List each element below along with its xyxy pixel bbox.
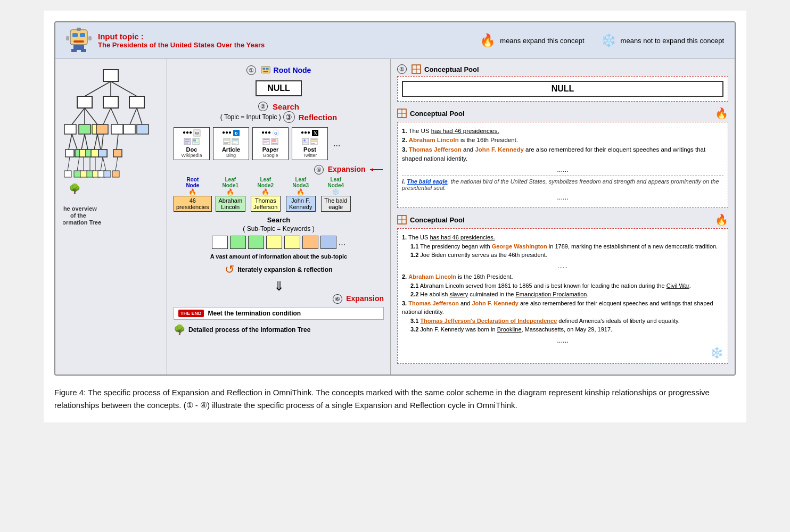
svg-line-27 xyxy=(130,108,137,124)
search2-section: Search ( Sub-Topic = Keywords ) ... xyxy=(174,216,384,249)
expansion-arrow xyxy=(368,166,384,173)
paper-img2 xyxy=(271,138,278,145)
svg-rect-76 xyxy=(185,143,188,144)
svg-rect-10 xyxy=(103,70,118,81)
cp3-header-row: Conceptual Pool 🔥 xyxy=(397,213,728,226)
svg-marker-109 xyxy=(370,168,373,171)
cp1-icon xyxy=(412,64,421,74)
leaf4-snowflake: ❄️ xyxy=(332,188,340,196)
node-col-leaf4: LeafNode4 ❄️ The baldeagle xyxy=(319,177,352,212)
search2-box-5 xyxy=(284,236,300,249)
snowflake-icon: ❄️ xyxy=(600,33,616,48)
termination-section: THE END Meet the termination condition xyxy=(174,307,384,320)
cp3-civil-war: Civil War xyxy=(666,282,689,289)
search2-label: Search xyxy=(267,216,290,224)
svg-rect-106 xyxy=(311,142,317,142)
svg-rect-105 xyxy=(311,139,317,140)
left-panel: 🌳 The overview of the Information Tree xyxy=(55,59,167,375)
leaf-node4-type: LeafNode4 xyxy=(327,177,344,188)
node-box-leaf1: AbrahamLincoln xyxy=(216,196,245,212)
post-img1 xyxy=(302,138,309,145)
svg-rect-93 xyxy=(264,139,269,140)
svg-line-28 xyxy=(137,108,142,124)
svg-rect-57 xyxy=(80,171,87,177)
legend-expand: 🔥 means expand this concept xyxy=(480,33,584,48)
wiki-icon: W xyxy=(193,129,201,137)
search-box-label-doc: Doc xyxy=(186,146,198,153)
article-img1 xyxy=(223,138,231,145)
doc-img2 xyxy=(192,138,200,145)
leaf-node3-type: LeafNode3 xyxy=(292,177,309,188)
svg-line-34 xyxy=(85,134,88,149)
svg-line-19 xyxy=(85,108,97,124)
leaf3-flame: 🔥 xyxy=(297,188,305,196)
main-figure: Input topic : The Presidents of the Unit… xyxy=(54,21,736,376)
tree-icon-detailed: 🌳 xyxy=(174,324,185,336)
svg-rect-89 xyxy=(233,143,236,144)
svg-rect-84 xyxy=(224,142,229,143)
ellipsis-1: ... xyxy=(333,139,340,148)
cp3-kennedy: John F. Kennedy xyxy=(472,300,518,306)
bald-eagle-text: The bald eagle xyxy=(407,178,447,185)
svg-line-33 xyxy=(81,134,85,149)
header-bar: Input topic : The Presidents of the Unit… xyxy=(55,22,735,59)
svg-rect-1 xyxy=(72,33,78,37)
search-box-label-post: Post xyxy=(303,146,316,153)
cp3-jefferson-di: Thomas Jefferson's Declaration of Indepe… xyxy=(420,318,557,324)
search2-box-4 xyxy=(266,236,282,249)
svg-rect-103 xyxy=(303,143,308,143)
node-box-leaf4: The baldeagle xyxy=(321,196,351,212)
article-img2 xyxy=(232,138,239,145)
legend-no-expand-text: means not to expand this concept xyxy=(621,37,724,45)
search-box-icons-doc: ●●● W xyxy=(183,129,201,137)
svg-rect-94 xyxy=(264,141,269,142)
cp2-icon xyxy=(397,109,407,118)
svg-rect-101 xyxy=(302,138,309,145)
leaf-node1-type: LeafNode1 xyxy=(222,177,238,188)
leaf-node2-type: LeafNode2 xyxy=(257,177,274,188)
cp2-flame: 🔥 xyxy=(715,107,728,120)
svg-rect-16 xyxy=(129,96,144,108)
input-topic-text: Input topic : The Presidents of the Unit… xyxy=(98,32,265,49)
svg-text:b: b xyxy=(235,131,238,136)
svg-text:𝕏: 𝕏 xyxy=(314,131,317,136)
search-box-sublabel-article: Bing xyxy=(226,153,236,158)
null-box-1: NULL xyxy=(256,80,302,96)
iterative-section: ↺ Iterately expansion & reflection xyxy=(174,263,384,277)
svg-rect-15 xyxy=(103,96,118,108)
cp2-ellipsis-2: ...... xyxy=(402,193,723,201)
search2-box-1 xyxy=(212,236,228,249)
cp3-jefferson: Thomas Jefferson xyxy=(408,300,459,306)
vast-info-text: A vast amount of information about the s… xyxy=(174,253,384,260)
cp3-underline-1: has had 46 presidencies. xyxy=(430,234,495,240)
node-box-leaf2: ThomasJefferson xyxy=(251,196,281,212)
cp3-slavery: slavery xyxy=(449,291,468,297)
page-container: Input topic : The Presidents of the Unit… xyxy=(44,11,746,422)
reflection-label-1: Reflection xyxy=(299,113,338,122)
cp1-header-row: ① Conceptual Pool xyxy=(397,64,728,74)
search-boxes-row: ●●● W xyxy=(174,127,384,160)
svg-line-53 xyxy=(103,157,106,171)
svg-rect-74 xyxy=(185,139,190,140)
svg-rect-46 xyxy=(113,149,122,157)
robot-icon-small xyxy=(260,64,271,76)
svg-line-11 xyxy=(85,81,111,96)
robot-icon xyxy=(66,28,92,53)
expansion-label-1: Expansion xyxy=(328,165,366,173)
search-box-sublabel-doc: Wikipedia xyxy=(181,153,202,158)
cp3-lincoln: Abraham Lincoln xyxy=(408,273,456,280)
svg-rect-2 xyxy=(80,33,85,37)
cp2-header-row: Conceptual Pool 🔥 xyxy=(397,107,728,120)
tree-overview-svg: 🌳 The overview of the Information Tree xyxy=(63,67,159,237)
header-right: 🔥 means expand this concept ❄️ means not… xyxy=(480,33,724,48)
search-box-icons-article: ●●● b xyxy=(222,129,240,137)
svg-rect-8 xyxy=(71,49,77,52)
arrow-down-1: ⇓ xyxy=(174,280,384,293)
cp1-title: Conceptual Pool xyxy=(424,65,479,73)
search2-box-7 xyxy=(320,236,336,249)
svg-rect-20 xyxy=(64,124,76,134)
svg-rect-79 xyxy=(194,143,198,143)
svg-rect-88 xyxy=(233,142,238,142)
detailed-process: 🌳 Detailed process of the Information Tr… xyxy=(174,324,384,336)
cp2-kennedy: John F. Kennedy xyxy=(475,146,523,153)
